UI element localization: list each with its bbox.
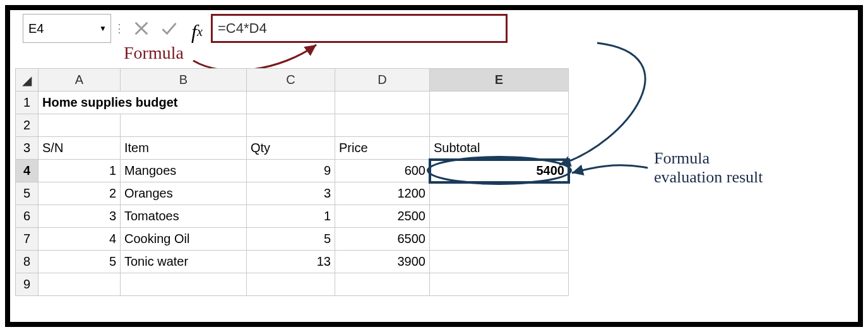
cell-selected[interactable]: 5400 xyxy=(430,160,569,182)
cell[interactable]: 1 xyxy=(39,160,121,182)
spreadsheet-grid[interactable]: ◢ A B C D E 1 Home supplies budget 2 xyxy=(15,68,845,296)
table-row: 3 S/N Item Qty Price Subtotal xyxy=(16,137,569,160)
cell[interactable]: 1 xyxy=(247,205,335,228)
cell[interactable] xyxy=(247,92,335,114)
cell[interactable]: 2500 xyxy=(335,205,430,228)
name-box[interactable]: E4 ▼ xyxy=(23,14,111,43)
cell[interactable] xyxy=(430,205,569,228)
cell[interactable] xyxy=(430,251,569,273)
formula-bar: E4 ▼ ⋮ fx =C4*D4 xyxy=(23,14,845,43)
cell-header-price[interactable]: Price xyxy=(335,137,430,160)
cell[interactable] xyxy=(430,273,569,296)
table-row: 5 2 Oranges 3 1200 xyxy=(16,182,569,205)
row-header[interactable]: 3 xyxy=(16,137,39,160)
cell[interactable] xyxy=(430,114,569,137)
expand-button[interactable]: ⋮ xyxy=(111,14,128,43)
cell[interactable]: 6500 xyxy=(335,228,430,251)
cell[interactable]: Tomatoes xyxy=(121,205,247,228)
col-header-E[interactable]: E xyxy=(430,69,569,92)
table-row: 8 5 Tonic water 13 3900 xyxy=(16,251,569,273)
cell[interactable] xyxy=(39,273,121,296)
cell[interactable] xyxy=(335,114,430,137)
excel-window: E4 ▼ ⋮ fx =C4*D4 Formula Formula evaluat… xyxy=(5,5,863,327)
row-header[interactable]: 5 xyxy=(16,182,39,205)
table-row: 2 xyxy=(16,114,569,137)
cell-header-sn[interactable]: S/N xyxy=(39,137,121,160)
cell[interactable] xyxy=(335,273,430,296)
cell[interactable]: 5 xyxy=(39,251,121,273)
formula-text: =C4*D4 xyxy=(218,20,267,37)
cell-header-qty[interactable]: Qty xyxy=(247,137,335,160)
row-header[interactable]: 6 xyxy=(16,205,39,228)
row-header[interactable]: 1 xyxy=(16,92,39,114)
cell[interactable]: 3 xyxy=(247,182,335,205)
cell[interactable]: Oranges xyxy=(121,182,247,205)
annotation-formula-label: Formula xyxy=(124,43,184,63)
col-header-C[interactable]: C xyxy=(247,69,335,92)
cell[interactable]: Mangoes xyxy=(121,160,247,182)
table-row: 4 1 Mangoes 9 600 5400 xyxy=(16,160,569,182)
col-header-D[interactable]: D xyxy=(335,69,430,92)
cell-selected-value: 5400 xyxy=(537,163,565,177)
enter-icon[interactable] xyxy=(155,14,183,43)
cell[interactable]: 3900 xyxy=(335,251,430,273)
cell[interactable] xyxy=(247,273,335,296)
name-box-value: E4 xyxy=(28,21,44,36)
fx-button[interactable]: fx xyxy=(183,14,211,43)
col-header-B[interactable]: B xyxy=(121,69,247,92)
cell[interactable] xyxy=(335,92,430,114)
cell[interactable]: 9 xyxy=(247,160,335,182)
cell[interactable]: 2 xyxy=(39,182,121,205)
cell[interactable]: 13 xyxy=(247,251,335,273)
cell-header-subtotal[interactable]: Subtotal xyxy=(430,137,569,160)
cell[interactable] xyxy=(121,273,247,296)
col-header-A[interactable]: A xyxy=(39,69,121,92)
cell[interactable]: 1200 xyxy=(335,182,430,205)
table-row: 6 3 Tomatoes 1 2500 xyxy=(16,205,569,228)
cell-header-item[interactable]: Item xyxy=(121,137,247,160)
row-header[interactable]: 2 xyxy=(16,114,39,137)
cell[interactable]: Tonic water xyxy=(121,251,247,273)
cell[interactable] xyxy=(247,114,335,137)
cell[interactable]: Cooking Oil xyxy=(121,228,247,251)
cell[interactable] xyxy=(430,92,569,114)
cell[interactable] xyxy=(430,182,569,205)
formula-input[interactable]: =C4*D4 xyxy=(211,14,508,43)
table-row: 9 xyxy=(16,273,569,296)
dropdown-icon[interactable]: ▼ xyxy=(99,24,107,33)
cell[interactable]: 5 xyxy=(247,228,335,251)
cell[interactable]: 3 xyxy=(39,205,121,228)
row-header[interactable]: 8 xyxy=(16,251,39,273)
row-header[interactable]: 7 xyxy=(16,228,39,251)
select-all-corner[interactable]: ◢ xyxy=(16,69,39,92)
table-row: 1 Home supplies budget xyxy=(16,92,569,114)
cell[interactable] xyxy=(430,228,569,251)
row-header[interactable]: 4 xyxy=(16,160,39,182)
sheet-title[interactable]: Home supplies budget xyxy=(39,92,247,114)
cell[interactable] xyxy=(39,114,121,137)
cell[interactable]: 600 xyxy=(335,160,430,182)
cell[interactable]: 4 xyxy=(39,228,121,251)
table-row: 7 4 Cooking Oil 5 6500 xyxy=(16,228,569,251)
cancel-icon[interactable] xyxy=(128,14,155,43)
row-header[interactable]: 9 xyxy=(16,273,39,296)
cell[interactable] xyxy=(121,114,247,137)
